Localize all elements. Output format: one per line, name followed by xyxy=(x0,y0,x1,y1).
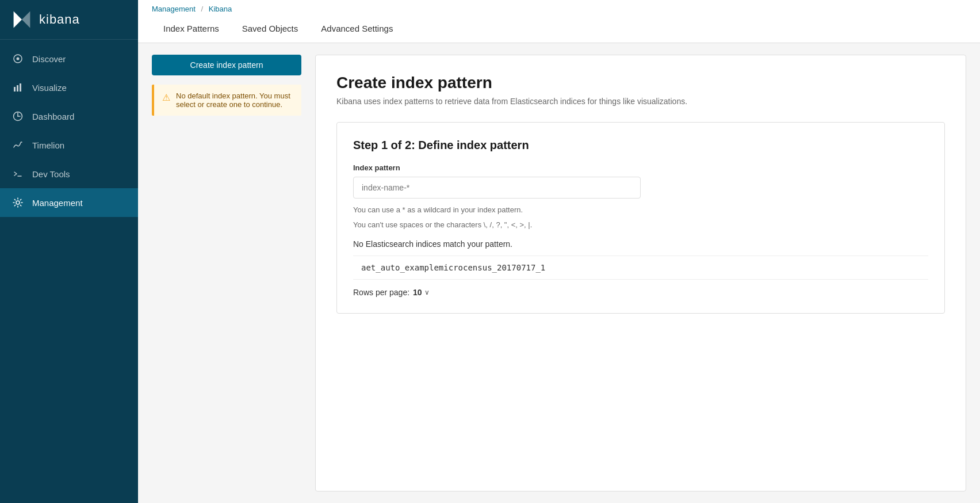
warning-icon: ⚠ xyxy=(162,92,170,103)
svg-point-3 xyxy=(17,58,20,60)
devtools-icon xyxy=(12,167,24,180)
content-area: Create index pattern ⚠ No default index … xyxy=(138,43,980,503)
management-icon xyxy=(12,196,24,209)
sidebar-logo-text: kibana xyxy=(39,12,80,27)
top-tabs: Index Patterns Saved Objects Advanced Se… xyxy=(152,16,966,43)
svg-rect-6 xyxy=(20,83,21,92)
timelion-icon xyxy=(12,139,24,151)
hint-line-2: You can't use spaces or the characters \… xyxy=(353,219,928,231)
chevron-down-icon: ∨ xyxy=(424,288,430,296)
svg-rect-5 xyxy=(17,85,18,92)
sidebar-logo: kibana xyxy=(0,0,138,40)
rows-per-page-control[interactable]: Rows per page: 10 ∨ xyxy=(353,279,928,297)
index-item: aet_auto_examplemicrocensus_20170717_1 xyxy=(353,256,928,279)
sidebar: kibana Discover Visualize xyxy=(0,0,138,503)
top-navigation: Management / Kibana Index Patterns Saved… xyxy=(138,0,980,43)
sidebar-item-label-dashboard: Dashboard xyxy=(32,112,74,121)
breadcrumb-current[interactable]: Kibana xyxy=(209,5,232,13)
left-panel: Create index pattern ⚠ No default index … xyxy=(152,55,301,491)
hint-line-1: You can use a * as a wildcard in your in… xyxy=(353,204,928,216)
breadcrumb: Management / Kibana xyxy=(152,0,966,16)
sidebar-item-label-devtools: Dev Tools xyxy=(32,169,70,179)
no-match-text: No Elasticsearch indices match your patt… xyxy=(353,239,928,249)
sidebar-item-label-management: Management xyxy=(32,198,83,208)
tab-saved-objects[interactable]: Saved Objects xyxy=(231,16,310,43)
index-pattern-field-label: Index pattern xyxy=(353,163,928,172)
sidebar-item-label-discover: Discover xyxy=(32,54,66,64)
index-pattern-input[interactable] xyxy=(353,177,641,199)
sidebar-nav: Discover Visualize Dashboard xyxy=(0,40,138,217)
warning-box: ⚠ No default index pattern. You must sel… xyxy=(152,85,301,116)
sidebar-item-management[interactable]: Management xyxy=(0,188,138,217)
warning-text: No default index pattern. You must selec… xyxy=(176,92,293,109)
step-title: Step 1 of 2: Define index pattern xyxy=(353,139,928,152)
sidebar-item-discover[interactable]: Discover xyxy=(0,44,138,73)
sidebar-item-dashboard[interactable]: Dashboard xyxy=(0,102,138,131)
svg-marker-0 xyxy=(14,12,22,28)
sidebar-item-label-timelion: Timelion xyxy=(32,140,64,150)
page-description: Kibana uses index patterns to retrieve d… xyxy=(336,97,945,106)
svg-rect-4 xyxy=(14,87,16,92)
breadcrumb-parent[interactable]: Management xyxy=(152,5,196,13)
right-panel: Create index pattern Kibana uses index p… xyxy=(315,55,966,491)
breadcrumb-separator: / xyxy=(201,5,204,13)
sidebar-item-devtools[interactable]: Dev Tools xyxy=(0,159,138,188)
kibana-logo-icon xyxy=(12,9,32,30)
main-content: Management / Kibana Index Patterns Saved… xyxy=(138,0,980,503)
sidebar-item-timelion[interactable]: Timelion xyxy=(0,131,138,159)
page-title: Create index pattern xyxy=(336,74,945,92)
create-index-pattern-button[interactable]: Create index pattern xyxy=(152,55,301,75)
rows-per-page-value: 10 xyxy=(413,288,422,297)
tab-advanced-settings[interactable]: Advanced Settings xyxy=(309,16,404,43)
tab-index-patterns[interactable]: Index Patterns xyxy=(152,16,231,43)
dashboard-icon xyxy=(12,110,24,123)
svg-point-11 xyxy=(16,201,20,204)
step-box: Step 1 of 2: Define index pattern Index … xyxy=(336,122,945,314)
visualize-icon xyxy=(12,81,24,94)
sidebar-item-label-visualize: Visualize xyxy=(32,83,67,93)
discover-icon xyxy=(12,52,24,65)
svg-marker-1 xyxy=(22,12,30,28)
sidebar-item-visualize[interactable]: Visualize xyxy=(0,73,138,102)
rows-per-page-label: Rows per page: xyxy=(353,288,409,297)
